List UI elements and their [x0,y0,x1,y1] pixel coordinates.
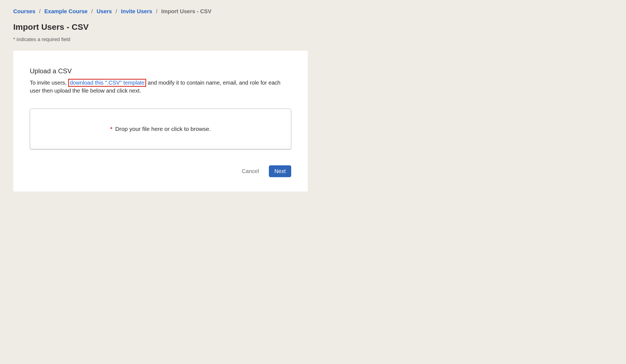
breadcrumb-separator: / [39,8,41,14]
breadcrumb-invite-users[interactable]: Invite Users [121,8,152,14]
dropzone-label: *Drop your file here or click to browse. [110,126,211,132]
button-row: Cancel Next [30,165,291,177]
upload-description: To invite users, download this ".CSV" te… [30,79,291,95]
breadcrumb-separator: / [116,8,117,14]
cancel-button[interactable]: Cancel [242,168,259,174]
breadcrumb-separator: / [91,8,93,14]
next-button[interactable]: Next [269,165,291,177]
breadcrumb-separator: / [156,8,157,14]
breadcrumb-example-course[interactable]: Example Course [44,8,88,14]
breadcrumb-users[interactable]: Users [97,8,112,14]
file-dropzone[interactable]: *Drop your file here or click to browse. [30,109,291,149]
breadcrumb-current: Import Users - CSV [161,8,212,14]
required-asterisk: * [110,126,113,132]
page-title: Import Users - CSV [13,22,613,32]
desc-prefix: To invite users, [30,80,68,86]
required-field-note: * indicates a required field [13,37,613,42]
breadcrumb: Courses / Example Course / Users / Invit… [13,8,613,15]
upload-section-title: Upload a CSV [30,67,291,75]
download-csv-template-link[interactable]: download this ".CSV" template [70,80,145,86]
breadcrumb-courses[interactable]: Courses [13,8,35,14]
dropzone-text: Drop your file here or click to browse. [115,126,211,132]
upload-card: Upload a CSV To invite users, download t… [13,51,308,192]
download-template-highlight: download this ".CSV" template [68,79,146,87]
